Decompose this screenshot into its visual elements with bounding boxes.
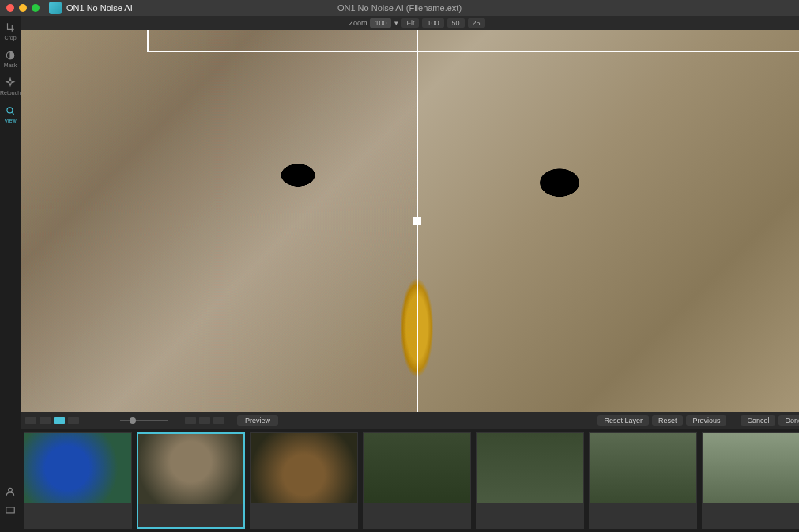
zoom-100-button[interactable]: 100 [422, 18, 443, 28]
zoom-bar: Zoom 100 ▾ Fit 100 50 25 [21, 16, 799, 30]
center-area: Zoom 100 ▾ Fit 100 50 25 [21, 16, 799, 532]
filmstrip[interactable] [21, 429, 799, 532]
bottom-toolbar: Preview Reset Layer Reset Previous Cance… [21, 412, 799, 429]
zoom-fit-button[interactable]: Fit [401, 18, 419, 28]
before-image [21, 30, 417, 412]
app-icon [49, 2, 62, 14]
previous-button[interactable]: Previous [686, 415, 726, 426]
app-name: ON1 No Noise AI [49, 2, 133, 14]
done-button[interactable]: Done [778, 415, 799, 426]
thumbnail[interactable] [250, 432, 358, 529]
svg-rect-3 [6, 507, 15, 513]
zoom-label: Zoom [349, 19, 367, 27]
after-image [417, 30, 800, 412]
thumbnail-selected[interactable] [137, 432, 245, 529]
mask-tool[interactable]: Mask [4, 50, 17, 68]
zoom-dropdown-icon[interactable]: ▾ [394, 19, 398, 27]
view-tool[interactable]: View [4, 105, 16, 123]
thumbnail[interactable] [589, 432, 697, 529]
svg-point-1 [7, 108, 13, 113]
preview-button[interactable]: Preview [237, 415, 278, 426]
view-mode-1-icon[interactable] [25, 417, 36, 424]
thumbnail-size-slider[interactable] [120, 420, 168, 421]
maximize-window-icon[interactable] [32, 4, 40, 12]
reset-layer-button[interactable]: Reset Layer [597, 415, 649, 426]
app-name-text: ON1 No Noise AI [66, 3, 133, 13]
reset-button[interactable]: Reset [652, 415, 684, 426]
minimize-window-icon[interactable] [19, 4, 27, 12]
traffic-lights [6, 4, 40, 12]
zoom-value[interactable]: 100 [370, 18, 391, 28]
crop-tool[interactable]: Crop [4, 22, 16, 40]
title-bar: ON1 No Noise AI ON1 No Noise AI (Filenam… [0, 0, 799, 16]
image-canvas[interactable] [21, 30, 799, 412]
left-toolbar: Crop Mask Retouch View [0, 16, 21, 532]
split-handle[interactable] [413, 217, 421, 225]
window-title: ON1 No Noise AI (Filename.ext) [337, 3, 462, 13]
screen-icon[interactable] [5, 505, 16, 516]
alpha-icon[interactable] [199, 417, 210, 424]
thumbnail[interactable] [476, 432, 584, 529]
cancel-button[interactable]: Cancel [741, 415, 775, 426]
thumbnail[interactable] [363, 432, 471, 529]
thumbnail[interactable] [24, 432, 132, 529]
view-mode-4-icon[interactable] [68, 417, 79, 424]
thumbnail[interactable] [702, 432, 799, 529]
person-icon[interactable] [5, 486, 16, 497]
svg-point-2 [9, 488, 13, 492]
retouch-tool[interactable]: Retouch [0, 77, 21, 96]
close-window-icon[interactable] [6, 4, 14, 12]
soft-proof-icon[interactable] [213, 417, 224, 424]
zoom-25-button[interactable]: 25 [468, 18, 485, 28]
view-mode-split-icon[interactable] [54, 417, 65, 424]
zoom-50-button[interactable]: 50 [447, 18, 465, 28]
view-mode-2-icon[interactable] [40, 417, 51, 424]
mask-overlay-icon[interactable] [185, 417, 196, 424]
